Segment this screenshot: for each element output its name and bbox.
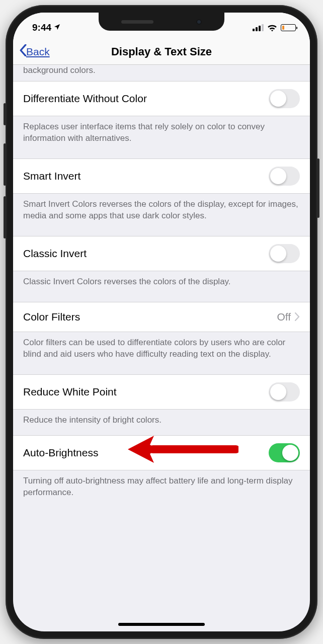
page-title: Display & Text Size [111, 45, 212, 58]
screen: 9:44 Back Display & Text Size [13, 13, 310, 631]
description-color-filters: Color filters can be used to differentia… [13, 332, 310, 374]
description-reduce-white-point: Reduce the intensity of bright colors. [13, 410, 310, 435]
row-auto-brightness[interactable]: Auto-Brightness [13, 435, 310, 470]
description-differentiate-without-color: Replaces user interface items that rely … [13, 116, 310, 158]
toggle-classic-invert[interactable] [269, 244, 300, 263]
notch [99, 13, 224, 31]
back-label: Back [26, 46, 50, 58]
row-classic-invert[interactable]: Classic Invert [13, 236, 310, 271]
settings-list[interactable]: background colors. Differentiate Without… [13, 65, 310, 512]
row-reduce-white-point[interactable]: Reduce White Point [13, 374, 310, 410]
row-label: Differentiate Without Color [23, 93, 147, 105]
description-classic-invert: Classic Invert Colors reverses the color… [13, 271, 310, 302]
battery-low-icon [281, 24, 296, 31]
cellular-signal-icon [253, 24, 264, 31]
row-differentiate-without-color[interactable]: Differentiate Without Color [13, 81, 310, 116]
truncated-description: background colors. [13, 65, 310, 81]
row-label: Reduce White Point [23, 386, 117, 398]
back-button[interactable]: Back [19, 44, 50, 60]
description-smart-invert: Smart Invert Colors reverses the colors … [13, 194, 310, 236]
row-label: Classic Invert [23, 248, 87, 260]
nav-bar: Back Display & Text Size [13, 39, 310, 65]
location-arrow-icon [53, 23, 61, 33]
row-value: Off [277, 311, 291, 323]
volume-up-button [4, 143, 6, 186]
toggle-auto-brightness[interactable] [269, 443, 300, 462]
clock: 9:44 [32, 22, 51, 33]
phone-frame: 9:44 Back Display & Text Size [6, 5, 317, 639]
wifi-icon [267, 24, 277, 32]
row-color-filters[interactable]: Color Filters Off [13, 302, 310, 332]
front-camera [196, 19, 202, 25]
annotation-arrow-icon [123, 433, 238, 466]
silent-switch [4, 103, 6, 125]
volume-down-button [4, 196, 6, 238]
speaker-grille [121, 20, 153, 24]
toggle-differentiate-without-color[interactable] [269, 89, 300, 108]
row-label: Auto-Brightness [23, 447, 98, 459]
chevron-right-icon [295, 310, 300, 324]
row-label: Color Filters [23, 311, 80, 323]
power-button [317, 158, 319, 218]
description-auto-brightness: Turning off auto-brightness may affect b… [13, 470, 310, 513]
home-indicator[interactable] [118, 623, 205, 626]
row-smart-invert[interactable]: Smart Invert [13, 158, 310, 194]
row-label: Smart Invert [23, 170, 80, 182]
toggle-reduce-white-point[interactable] [269, 382, 300, 401]
toggle-smart-invert[interactable] [269, 167, 300, 186]
